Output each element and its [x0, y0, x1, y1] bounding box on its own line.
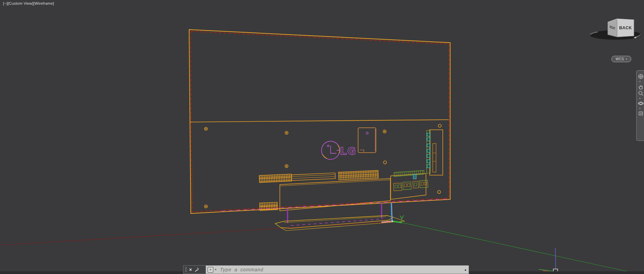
viewcube[interactable]: RIGHT BACK [590, 19, 641, 40]
viewport-controls: [−] [Custom View] [Wireframe] [3, 1, 54, 5]
viewport-minimize-control[interactable]: [−] [3, 1, 8, 5]
side-port-column [427, 130, 443, 175]
command-bar: × > ▾ ▴ [183, 265, 469, 274]
connector-bay [391, 170, 428, 199]
viewport-visual-style-control[interactable]: [Wireframe] [33, 1, 54, 5]
lg-logo-text: LG [340, 145, 356, 157]
navbar-dropdown-icon[interactable]: ▾ [639, 80, 641, 83]
pan-hand-icon[interactable] [638, 84, 644, 89]
command-prompt-icon[interactable]: > [208, 267, 213, 273]
viewport-view-control[interactable]: [Custom View] [8, 1, 34, 5]
orbit-icon[interactable] [638, 101, 644, 106]
command-bar-grip-section: × [183, 266, 206, 274]
command-bar-drag-handle[interactable] [185, 267, 187, 272]
recent-commands-icon[interactable]: ▴ [462, 268, 469, 271]
command-input-area: > ▾ ▴ [206, 266, 469, 274]
screw-holes [205, 124, 441, 208]
model-canvas[interactable]: LG RIGHT BACK [0, 0, 644, 274]
command-input[interactable] [218, 267, 461, 273]
label-plate [358, 128, 376, 153]
zoom-icon[interactable] [638, 90, 644, 96]
command-options-dropdown-icon[interactable]: ▾ [215, 268, 216, 271]
show-motion-icon[interactable] [638, 111, 644, 116]
navbar-dropdown-icon[interactable]: ▾ [639, 97, 641, 100]
wcs-label: WCS [616, 57, 624, 61]
viewcube-back-label: BACK [619, 26, 632, 30]
tv-model[interactable]: LG [189, 30, 450, 213]
command-bar-close-icon[interactable]: × [189, 267, 192, 272]
navigation-bar: ▾ ▾ ▾ [636, 70, 644, 141]
navbar-dropdown-icon[interactable]: ▾ [639, 107, 641, 110]
wcs-dropdown-icon: ▾ [626, 58, 627, 60]
steering-wheel-icon[interactable] [638, 74, 644, 79]
tv-stand[interactable] [275, 203, 405, 231]
y-axis-label [400, 216, 403, 221]
lg-logo: LG [318, 138, 356, 163]
customize-wrench-icon[interactable] [194, 267, 199, 272]
wcs-selector[interactable]: WCS ▾ [611, 56, 631, 62]
crosshair-cursor [539, 248, 568, 273]
